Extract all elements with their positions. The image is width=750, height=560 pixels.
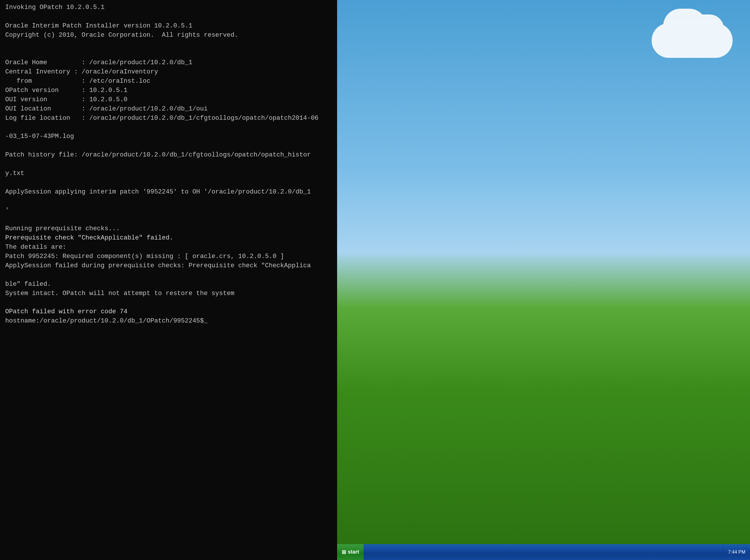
terminal-window: Invoking OPatch 10.2.0.5.1 Oracle Interi…: [0, 0, 337, 560]
terminal-line: y.txt: [5, 170, 24, 177]
terminal-line: OUI version : 10.2.0.5.0: [5, 96, 127, 103]
terminal-line: The details are:: [5, 243, 66, 251]
terminal-line: Invoking OPatch 10.2.0.5.1: [5, 4, 104, 11]
terminal-line: Central Inventory : /oracle/oraInventory: [5, 68, 158, 76]
terminal-line: OUI location : /oracle/product/10.2.0/db…: [5, 105, 208, 113]
terminal-output: Invoking OPatch 10.2.0.5.1 Oracle Interi…: [5, 3, 332, 326]
start-label: start: [348, 549, 359, 555]
terminal-line: Oracle Home : /oracle/product/10.2.0/db_…: [5, 59, 193, 66]
terminal-line: -03_15-07-43PM.log: [5, 133, 74, 140]
taskbar-items: [364, 544, 723, 560]
taskbar: ⊞ start 7:44 PM: [337, 544, 750, 560]
terminal-line: Log file location : /oracle/product/10.2…: [5, 115, 319, 122]
terminal-line: Running prerequisite checks...: [5, 225, 120, 232]
start-icon: ⊞: [342, 549, 346, 555]
terminal-line: OPatch failed with error code 74: [5, 308, 127, 315]
terminal-line: ble" failed.: [5, 281, 51, 288]
terminal-line: ApplySession applying interim patch '995…: [5, 188, 311, 196]
taskbar-clock: 7:44 PM: [723, 544, 750, 560]
terminal-line: hostname:/oracle/product/10.2.0/db_1/OPa…: [5, 317, 208, 324]
start-button[interactable]: ⊞ start: [337, 544, 364, 560]
desktop-background: ⊞ start 7:44 PM: [337, 0, 750, 560]
terminal-line: Oracle Interim Patch Installer version 1…: [5, 22, 193, 29]
terminal-line: ': [5, 207, 9, 214]
terminal-line: from : /etc/oraInst.loc: [5, 78, 151, 85]
terminal-line: ApplySession failed during prerequisite …: [5, 262, 311, 269]
terminal-line: OPatch version : 10.2.0.5.1: [5, 87, 127, 94]
terminal-line: Patch 9952245: Required component(s) mis…: [5, 253, 284, 260]
terminal-line: Patch history file: /oracle/product/10.2…: [5, 151, 311, 159]
terminal-line: System intact. OPatch will not attempt t…: [5, 290, 234, 297]
terminal-line: Prerequisite check "CheckApplicable" fai…: [5, 234, 173, 242]
terminal-line: Copyright (c) 2010, Oracle Corporation. …: [5, 32, 238, 39]
cloud-decoration: [652, 23, 733, 58]
